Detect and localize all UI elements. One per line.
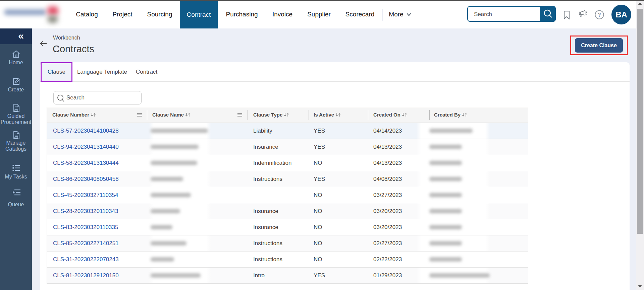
svg-text:?: ? bbox=[598, 12, 601, 18]
